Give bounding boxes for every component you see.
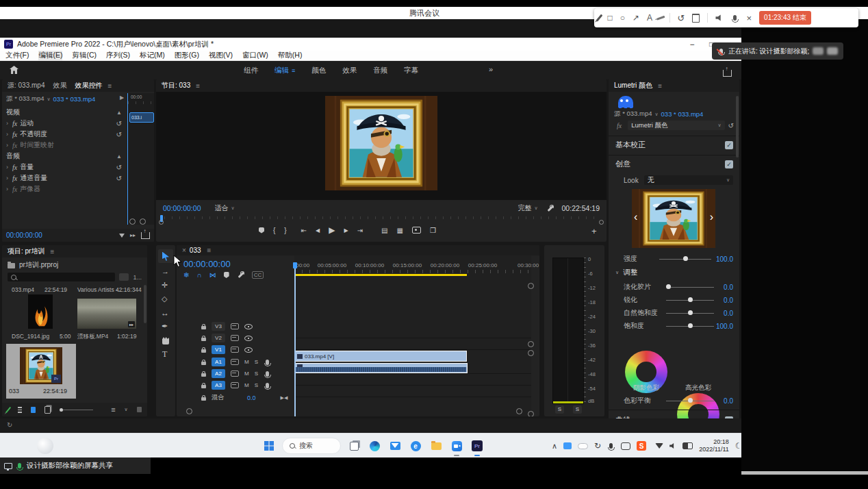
search-bin-icon[interactable] [119,273,129,281]
show-timeline-view-icon[interactable]: ▶ [120,95,124,101]
icon-view-icon[interactable] [31,407,36,413]
workspace-tab-editing[interactable]: 编辑 ≡ [275,66,295,75]
item-selected[interactable]: Pr 033 22:54:19 [6,344,76,399]
look-preview[interactable]: ‹ › [632,189,715,248]
lumetri-section-creative[interactable]: 创意✓ [615,159,733,169]
source-patch-icon[interactable] [231,335,239,341]
ellipse-tool-icon[interactable]: ○ [620,13,625,23]
timeline-hscroll-handle[interactable] [516,408,522,414]
voiceover-record-icon[interactable] [266,383,269,388]
item-name[interactable]: DSC_1914.jpg [12,333,49,340]
toggle-track-output-icon[interactable] [244,324,253,329]
effect-controls-mini-timeline[interactable]: 00:00 033.i [127,93,154,225]
menu-markers[interactable]: 标记(M) [140,51,165,60]
adjust-section-header[interactable]: ∨调整 [615,268,637,277]
timeline-scroll-handle[interactable] [528,350,534,356]
snap-icon[interactable]: ∩ [196,271,201,279]
lock-icon[interactable] [201,338,206,341]
lift-icon[interactable]: ▤ [381,227,387,234]
solo-track-button[interactable]: S [255,371,258,377]
effect-time-remapping[interactable]: ›fx时间重映射 [2,140,127,151]
premiere-taskbar-icon[interactable]: Pr [470,438,485,453]
workspace-tab-audio[interactable]: 音频 [373,66,387,75]
lumetri-scrollbar[interactable] [736,96,739,158]
tool-hand[interactable] [162,337,169,344]
solo-right-button[interactable]: S [573,405,582,414]
program-viewer[interactable] [156,92,607,200]
toggle-track-output-icon[interactable] [244,336,253,341]
item-name[interactable]: 033.mp4 [12,286,34,293]
volume-icon[interactable] [669,443,676,449]
track-target-button[interactable]: A3 [212,381,225,390]
start-button[interactable] [261,438,277,453]
zoom-in-dot[interactable] [140,218,146,225]
lock-icon[interactable] [201,362,206,365]
voiceover-record-icon[interactable] [266,371,269,377]
home-icon[interactable] [10,66,18,74]
solo-left-button[interactable]: S [555,405,564,414]
effect-volume[interactable]: ›fx音量↺ [2,162,127,173]
edge-browser-icon[interactable] [367,438,382,453]
workspace-tab-captions[interactable]: 字幕 [404,66,418,75]
lock-icon[interactable] [201,373,206,377]
battery-icon[interactable] [682,442,693,449]
reset-effect-icon[interactable]: ↺ [116,175,122,182]
file-explorer-icon[interactable] [429,438,444,453]
tool-track-select[interactable]: → [162,267,169,275]
rectangle-tool-icon[interactable]: □ [608,13,613,23]
button-editor-icon[interactable]: + [591,226,597,236]
highlighter-tool-icon[interactable] [656,16,665,20]
intensity-slider[interactable] [659,259,711,260]
tray-clock[interactable]: 20:18 2022/11/11 [699,438,729,454]
lock-icon[interactable] [201,385,206,388]
workspace-tab-assembly[interactable]: 组件 [244,66,258,75]
nest-indicator-icon[interactable]: ❄ [183,271,189,279]
playback-resolution-select[interactable]: 完整∨ [518,203,537,213]
tab-sequence-033[interactable]: × 033 ≡ [182,247,211,254]
tab-effects[interactable]: 效果 [53,81,66,90]
program-timecode[interactable]: 00:00:00:00 [163,204,201,212]
item-thumbnail-flame[interactable] [28,294,53,329]
reset-effect-icon[interactable]: ↺ [116,120,122,127]
solo-track-button[interactable]: S [255,359,258,365]
timeline-audio-clip[interactable] [294,363,468,373]
scrollbar-right-handle[interactable] [599,220,604,225]
window-minimize-button[interactable]: − [682,40,702,49]
menu-view[interactable]: 视图(V) [209,51,233,60]
task-view-icon[interactable] [346,438,361,453]
reset-effect-icon[interactable]: ↺ [728,122,734,129]
clear-annotations-icon[interactable] [692,14,700,23]
linked-selection-icon[interactable]: ⋈ [209,271,216,279]
sharpen-slider[interactable] [666,300,714,301]
meeting-app-icon[interactable] [449,438,464,453]
text-tool-icon[interactable]: A [647,13,652,23]
tab-project[interactable]: 项目: pr培训≡ [8,247,54,256]
checkbox-checked-icon[interactable]: ✓ [725,141,733,149]
tab-program[interactable]: 节目: 033≡ [162,81,200,90]
close-sequence-icon[interactable]: × [182,247,186,254]
new-bin-icon[interactable] [137,407,142,412]
widgets-icon[interactable] [37,438,53,454]
meeting-end-button[interactable]: 01:23:43 结束 [759,11,811,25]
source-patch-icon[interactable] [231,359,239,365]
mark-in-icon[interactable]: { [273,227,275,234]
workspace-overflow-icon[interactable]: » [489,65,493,73]
lumetri-section-basic[interactable]: 基本校正✓ [615,140,733,150]
filter-icon[interactable] [119,234,125,238]
mute-track-button[interactable]: M [244,371,249,377]
project-bin-row[interactable]: pr培训.prproj [8,260,58,270]
tool-selection[interactable] [158,249,173,263]
tool-ripple-edit[interactable]: ✛ [162,281,168,290]
section-audio[interactable]: 音频▲ [2,151,127,162]
speaker-icon[interactable] [715,14,724,21]
menu-graphics[interactable]: 图形(G) [175,51,199,60]
track-target-button[interactable]: A1 [212,358,225,366]
lock-icon[interactable] [201,326,206,329]
zoom-out-dot[interactable] [129,218,136,225]
wifi-icon[interactable] [655,443,663,449]
lock-icon[interactable] [201,397,206,401]
tool-type[interactable]: T [162,349,167,360]
source-patch-icon[interactable] [231,347,239,353]
menu-window[interactable]: 窗口(W) [242,51,268,60]
menu-clip[interactable]: 剪辑(C) [72,51,97,60]
